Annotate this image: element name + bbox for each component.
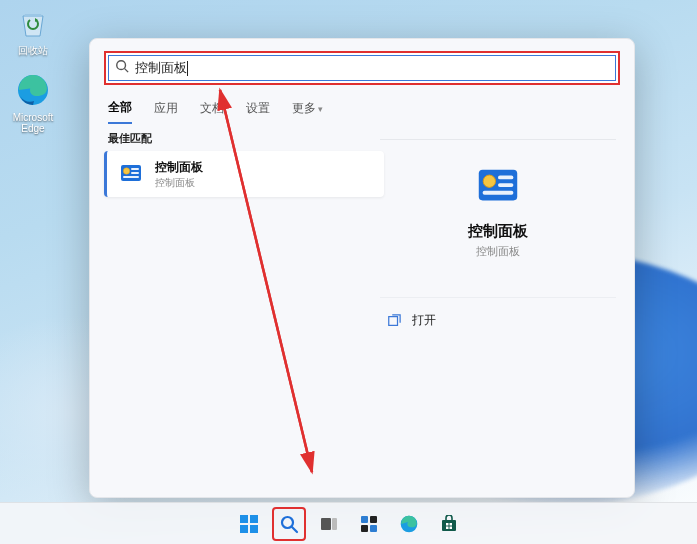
svg-rect-12	[483, 191, 514, 195]
desktop-icon-label: Microsoft Edge	[6, 112, 60, 134]
control-panel-icon-large	[473, 162, 523, 212]
search-panel: 控制面板 全部 应用 文档 设置 更多▾ 最佳匹配 控制面板 控制面板	[89, 38, 635, 498]
tab-docs[interactable]: 文档	[200, 100, 224, 123]
result-subtitle: 控制面板	[155, 176, 203, 190]
open-icon	[386, 313, 402, 329]
svg-rect-29	[442, 520, 456, 531]
taskbar-start-button[interactable]	[232, 507, 266, 541]
svg-rect-18	[240, 525, 248, 533]
detail-action-label: 打开	[412, 312, 436, 329]
tab-more[interactable]: 更多▾	[292, 100, 323, 123]
control-panel-icon	[117, 160, 145, 188]
search-tabs: 全部 应用 文档 设置 更多▾	[108, 99, 323, 124]
search-icon	[279, 514, 299, 534]
taskbar-store-button[interactable]	[432, 507, 466, 541]
svg-rect-6	[131, 172, 139, 174]
task-view-icon	[320, 515, 338, 533]
taskbar-widgets-button[interactable]	[352, 507, 386, 541]
svg-point-9	[483, 175, 495, 187]
svg-line-21	[292, 527, 297, 532]
search-box-highlight: 控制面板	[104, 51, 620, 85]
recycle-bin-icon	[13, 2, 53, 42]
taskbar-edge-button[interactable]	[392, 507, 426, 541]
svg-rect-25	[370, 516, 377, 523]
windows-logo-icon	[239, 514, 259, 534]
tab-apps[interactable]: 应用	[154, 100, 178, 123]
svg-rect-27	[370, 525, 377, 532]
taskbar	[0, 502, 697, 544]
edge-icon	[399, 514, 419, 534]
svg-rect-32	[446, 526, 449, 529]
svg-rect-10	[498, 175, 513, 179]
svg-rect-31	[449, 523, 452, 526]
svg-rect-23	[332, 518, 337, 530]
widgets-icon	[360, 515, 378, 533]
svg-point-4	[123, 168, 129, 174]
detail-subtitle: 控制面板	[380, 244, 616, 259]
svg-rect-30	[446, 523, 449, 526]
tab-settings[interactable]: 设置	[246, 100, 270, 123]
svg-rect-24	[361, 516, 368, 523]
tab-all[interactable]: 全部	[108, 99, 132, 124]
svg-rect-7	[123, 176, 139, 178]
detail-pane: 控制面板 控制面板 打开	[380, 139, 616, 339]
desktop-icon-recycle-bin[interactable]: 回收站	[6, 2, 60, 58]
detail-title: 控制面板	[380, 222, 616, 241]
desktop-icon-label: 回收站	[6, 44, 60, 58]
best-match-label: 最佳匹配	[108, 131, 152, 146]
search-box[interactable]: 控制面板	[108, 55, 616, 81]
svg-rect-17	[250, 515, 258, 523]
store-icon	[440, 515, 458, 533]
desktop-icon-edge[interactable]: Microsoft Edge	[6, 70, 60, 134]
taskbar-task-view-button[interactable]	[312, 507, 346, 541]
svg-rect-16	[240, 515, 248, 523]
svg-rect-5	[131, 168, 139, 170]
svg-rect-13	[389, 316, 398, 325]
taskbar-search-button[interactable]	[272, 507, 306, 541]
tab-more-label: 更多	[292, 101, 316, 115]
edge-icon	[13, 70, 53, 110]
svg-rect-19	[250, 525, 258, 533]
detail-action-open[interactable]: 打开	[380, 308, 616, 333]
chevron-down-icon: ▾	[318, 104, 323, 114]
svg-rect-26	[361, 525, 368, 532]
svg-rect-33	[449, 526, 452, 529]
result-title: 控制面板	[155, 159, 203, 176]
search-result-control-panel[interactable]: 控制面板 控制面板	[104, 151, 384, 197]
svg-rect-22	[321, 518, 331, 530]
svg-rect-11	[498, 183, 513, 187]
